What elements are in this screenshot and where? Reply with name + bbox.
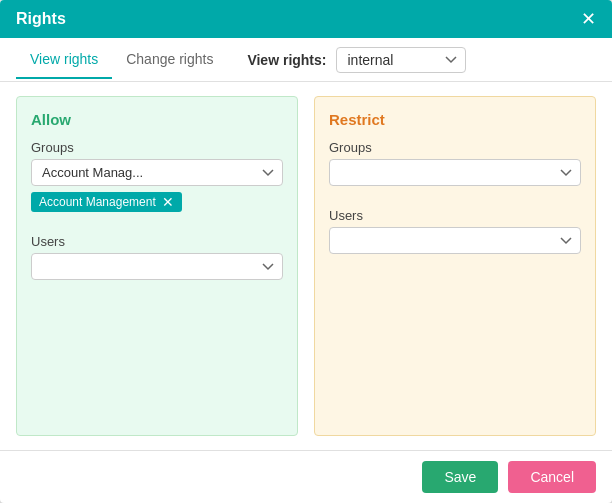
restrict-groups-label: Groups	[329, 140, 581, 155]
allow-panel-title: Allow	[31, 111, 283, 128]
allow-users-select[interactable]	[31, 253, 283, 280]
allow-groups-tags: Account Management ✕	[31, 186, 283, 212]
restrict-users-field: Users	[329, 208, 581, 254]
save-button[interactable]: Save	[422, 461, 498, 493]
close-button[interactable]: ✕	[581, 10, 596, 28]
allow-groups-field: Groups Account Manag... Account Manageme…	[31, 140, 283, 212]
allow-users-field: Users	[31, 234, 283, 280]
tabs-row: View rights Change rights View rights: i…	[0, 38, 612, 82]
allow-panel: Allow Groups Account Manag... Account Ma…	[16, 96, 298, 436]
tab-view-rights[interactable]: View rights	[16, 41, 112, 79]
modal-footer: Save Cancel	[0, 450, 612, 503]
modal-header: Rights ✕	[0, 0, 612, 38]
allow-users-label: Users	[31, 234, 283, 249]
restrict-panel-title: Restrict	[329, 111, 581, 128]
restrict-users-label: Users	[329, 208, 581, 223]
tab-change-rights[interactable]: Change rights	[112, 41, 227, 79]
view-rights-select[interactable]: internal public private	[336, 47, 466, 73]
rights-modal: Rights ✕ View rights Change rights View …	[0, 0, 612, 503]
allow-groups-label: Groups	[31, 140, 283, 155]
restrict-groups-select[interactable]	[329, 159, 581, 186]
tag-account-management: Account Management ✕	[31, 192, 182, 212]
restrict-users-select[interactable]	[329, 227, 581, 254]
restrict-panel: Restrict Groups Users	[314, 96, 596, 436]
modal-title: Rights	[16, 10, 66, 28]
panels-container: Allow Groups Account Manag... Account Ma…	[0, 82, 612, 450]
cancel-button[interactable]: Cancel	[508, 461, 596, 493]
allow-groups-select[interactable]: Account Manag...	[31, 159, 283, 186]
view-rights-label: View rights:	[247, 52, 326, 68]
restrict-groups-field: Groups	[329, 140, 581, 186]
tag-remove-button[interactable]: ✕	[162, 195, 174, 209]
